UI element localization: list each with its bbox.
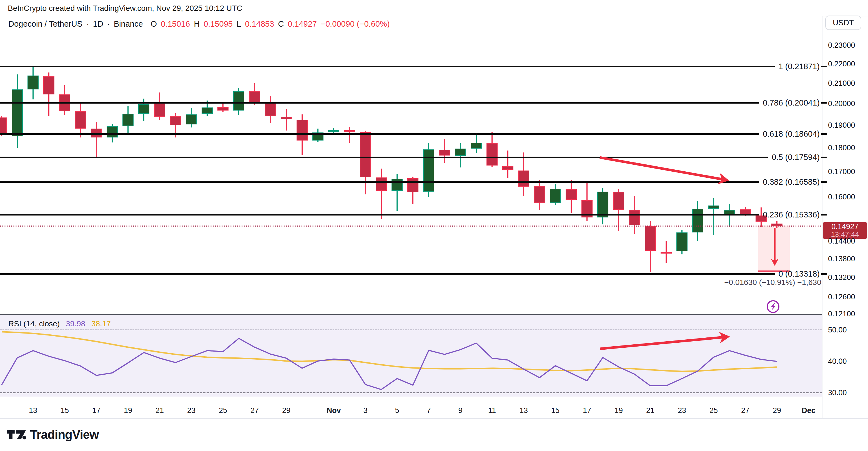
time-axis-label: 29 (282, 406, 290, 415)
branding-header: BeInCrypto created with TradingView.com,… (8, 4, 242, 13)
candle-body (217, 107, 228, 110)
fib-level-tick (822, 181, 827, 183)
candle-body (75, 111, 86, 128)
candle-body (28, 76, 39, 89)
fib-level-label[interactable]: 0.382 (0.16585) (763, 177, 820, 187)
rsi-scale-label: 40.00 (828, 357, 847, 366)
rsi-ma-value: 38.17 (91, 319, 111, 328)
candle-wick (507, 151, 508, 178)
rsi-value: 39.98 (66, 319, 85, 328)
candle-body (692, 209, 703, 233)
legend-separator: · (107, 20, 110, 28)
candle-body (407, 178, 418, 192)
fib-level-tick (822, 157, 827, 158)
exchange-label[interactable]: Binance (114, 20, 143, 28)
low-key: L (237, 20, 241, 28)
price-scale-label: 0.14400 (828, 237, 855, 245)
candle-body (186, 114, 197, 125)
fib-level-tick (822, 133, 827, 135)
tradingview-logo[interactable]: TradingView (7, 426, 99, 443)
fib-level-line[interactable] (0, 273, 775, 275)
rsi-legend[interactable]: RSI (14, close) 39.98 38.17 (8, 319, 111, 328)
price-scale-label: 0.20000 (828, 99, 855, 108)
measurement-label: −0.01630 (−10.91%) −1,630 (724, 278, 822, 287)
currency-toggle-button[interactable]: USDT (825, 16, 861, 30)
time-axis-label: 3 (363, 406, 367, 415)
tradingview-logo-text: TradingView (30, 428, 99, 442)
fib-level-label[interactable]: 0.5 (0.17594) (772, 153, 820, 162)
candle-body (550, 189, 561, 203)
low-value: 0.14853 (245, 20, 274, 28)
fib-level-line[interactable] (0, 157, 768, 158)
candle-body (12, 89, 23, 137)
time-axis-label: 27 (741, 406, 749, 415)
candle-body (233, 91, 244, 111)
time-axis-label: 19 (615, 406, 623, 415)
time-axis-label: 13 (29, 406, 37, 415)
time-axis-label: 13 (520, 406, 528, 415)
candle-body (518, 171, 529, 187)
interval-label[interactable]: 1D (93, 20, 103, 28)
candle-body (202, 108, 213, 114)
fib-level-tick (822, 66, 827, 67)
time-axis-label: 15 (551, 406, 559, 415)
candle-body (281, 117, 292, 119)
time-axis-label: 25 (219, 406, 227, 415)
open-value: 0.15016 (161, 20, 190, 28)
candle-wick (713, 198, 714, 235)
symbol-legend[interactable]: Dogecoin / TetherUS · 1D · Binance O 0.1… (8, 20, 391, 29)
time-axis-label: Dec (802, 406, 815, 415)
close-key: C (278, 20, 284, 28)
candle-body (534, 186, 545, 203)
time-axis-divider (0, 401, 868, 401)
candle-body (170, 116, 181, 125)
last-price-value: 0.14927 (831, 223, 859, 231)
candle-body (265, 102, 276, 116)
candle-body (138, 104, 149, 114)
change-value: −0.00090 (−0.60%) (321, 20, 390, 28)
time-axis-label: 11 (488, 406, 496, 415)
fib-level-line[interactable] (0, 133, 759, 135)
candle-body (249, 91, 260, 102)
price-scale-label: 0.21000 (828, 79, 855, 88)
price-scale-label: 0.19000 (828, 121, 855, 129)
rsi-scale-label: 30.00 (828, 389, 847, 397)
last-price-line (0, 226, 822, 227)
price-scale-label: 0.18000 (828, 144, 855, 152)
rsi-pane[interactable] (0, 314, 822, 397)
fib-level-label[interactable]: 0.786 (0.20041) (763, 98, 820, 108)
candle-body (91, 128, 102, 138)
fib-level-line[interactable] (0, 181, 759, 183)
rsi-50-gridline (0, 329, 822, 330)
fib-level-label[interactable]: 1 (0.21871) (779, 62, 820, 71)
candle-body (613, 192, 624, 210)
high-value: 0.15095 (204, 20, 233, 28)
chart-window: BeInCrypto created with TradingView.com,… (0, 0, 868, 451)
candle-body (455, 149, 466, 156)
fib-level-label[interactable]: 0.236 (0.15336) (763, 210, 820, 219)
candle-body (597, 191, 609, 217)
tradingview-logo-icon (7, 426, 27, 443)
rsi-title[interactable]: RSI (14, close) (8, 319, 60, 328)
price-scale-label: 0.13800 (828, 255, 855, 263)
candle-body (566, 189, 577, 200)
fib-level-line[interactable] (0, 102, 759, 103)
candle-body (154, 103, 165, 117)
fib-level-label[interactable]: 0.618 (0.18604) (763, 129, 820, 139)
candle-body (629, 210, 640, 225)
price-scale-label: 0.12100 (828, 309, 855, 318)
fib-level-tick (822, 214, 827, 215)
rsi-30-gridline (0, 392, 822, 393)
candle-wick (96, 122, 97, 157)
time-axis-label: 5 (395, 406, 399, 415)
fib-level-line[interactable] (0, 66, 775, 67)
price-chart-pane[interactable] (0, 16, 822, 314)
fib-level-line[interactable] (0, 214, 759, 215)
symbol-name[interactable]: Dogecoin / TetherUS (8, 20, 83, 28)
candle-body (360, 132, 371, 177)
fib-level-label[interactable]: 0 (0.13318) (779, 269, 820, 278)
candle-body (487, 143, 498, 166)
price-axis-divider (822, 16, 823, 419)
time-axis-label: 29 (773, 406, 781, 415)
time-axis-label: 23 (678, 406, 686, 415)
